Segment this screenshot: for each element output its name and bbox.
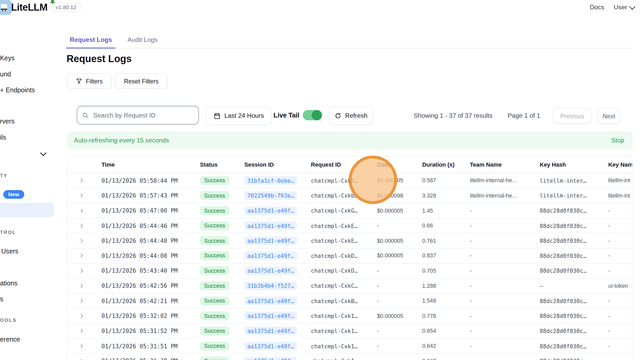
session-id-link[interactable]: aa1375d1-e49f… [244,326,297,335]
refresh-button-label: Refresh [345,112,368,119]
expand-row-button[interactable] [67,299,101,303]
request-id-cell: chatcmpl-Cxk1… [311,358,377,360]
table-row[interactable]: 01/13/2026 05:58:44 PMSuccess31bfa1cf-0e… [67,173,632,188]
team-name-cell: litellm-internal-he... [470,193,540,199]
session-id-link[interactable]: aa1375d1-e49f… [244,266,297,275]
stop-auto-refresh-button[interactable]: Stop [611,137,624,144]
live-tail-toggle[interactable] [303,110,322,120]
expand-row-button[interactable] [67,254,101,258]
session-id-link[interactable]: aa1375d1-e49f… [244,357,297,360]
team-name-cell: - [470,283,540,289]
status-cell: Success [200,342,244,351]
key-hash-cell: litellm-inter… [540,192,608,199]
table-row[interactable]: 01/13/2026 05:57:43 PMSuccess7022549b-76… [67,188,632,203]
status-badge: Success [200,206,229,215]
next-page-button[interactable]: Next [597,108,620,123]
session-id-link[interactable]: aa1375d1-e49f… [244,251,297,260]
search-input[interactable] [92,111,193,119]
expand-row-button[interactable] [67,209,101,212]
expand-row-button[interactable] [67,269,101,273]
tab-audit-logs[interactable]: Audit Logs [124,35,161,48]
session-id-link[interactable]: 31b3b4b4-f527… [244,282,297,290]
column-header-team-name: Team Name [470,161,540,168]
chevron-down-icon[interactable] [40,150,47,156]
sidebar-item-teams[interactable]: s [0,296,3,303]
table-row[interactable]: 01/13/2026 05:43:40 PMSuccessaa1375d1-e4… [67,264,632,279]
session-id-link[interactable]: aa1375d1-e49f… [244,206,297,215]
team-name-cell: - [470,358,540,360]
table-row[interactable]: 01/13/2026 05:32:02 PMSuccessaa1375d1-e4… [67,309,632,324]
key-name-cell: - [608,268,632,274]
request-id-cell: chatcmpl-Cxkb… [311,192,377,199]
user-menu-label: User [614,4,627,11]
chevron-right-icon [78,209,83,212]
key-name-cell: - [608,343,632,349]
funnel-icon [76,78,82,84]
expand-row-button[interactable] [67,179,101,182]
expand-row-button[interactable] [67,239,101,243]
session-id-cell: aa1375d1-e49f… [244,297,311,305]
table-row[interactable]: 01/13/2026 05:44:08 PMSuccessaa1375d1-e4… [67,248,632,264]
previous-page-button[interactable]: Previous [553,108,592,123]
session-id-link[interactable]: 31bfa1cf-0ebe… [244,176,297,185]
time-cell: 01/13/2026 05:44:46 PM [101,222,200,229]
expand-row-button[interactable] [67,194,101,197]
time-cell: 01/13/2026 05:58:44 PM [101,177,200,184]
session-id-link[interactable]: aa1375d1-e49f… [244,312,297,320]
brand-name: LiteLLM [11,2,48,13]
user-menu[interactable]: User [614,4,634,11]
sidebar-item-organizations[interactable]: ations [0,280,17,287]
sidebar-item-keys[interactable]: Keys [0,55,15,62]
table-row[interactable]: 01/13/2026 05:44:46 PMSuccessaa1375d1-e4… [67,218,632,233]
session-id-link[interactable]: 7022549b-763e… [244,191,297,200]
table-row[interactable]: 01/13/2026 05:31:52 PMSuccessaa1375d1-e4… [67,324,632,339]
tab-bar: Request Logs Audit Logs [66,35,632,49]
status-badge: Success [200,191,229,200]
version-badge: v1.80.12 [51,2,81,12]
sidebar-item-users[interactable]: Users [1,248,18,255]
time-range-button[interactable]: Last 24 Hours [206,107,271,125]
table-row[interactable]: 01/13/2026 05:42:56 PMSuccess31b3b4b4-f5… [67,278,632,293]
expand-row-button[interactable] [67,329,101,333]
sidebar-item-playground[interactable]: und [0,71,11,78]
session-id-link[interactable]: aa1375d1-e49f… [244,297,297,305]
session-id-link[interactable]: aa1375d1-e49f… [244,221,297,230]
status-cell: Success [200,251,244,260]
expand-row-button[interactable] [67,224,101,227]
key-name-cell: - [608,328,632,334]
docs-link[interactable]: Docs [590,4,604,11]
sidebar-item-selected[interactable] [0,203,54,217]
new-badge: New [3,190,24,199]
table-row[interactable]: 01/13/2026 05:47:00 PMSuccessaa1375d1-e4… [67,203,632,218]
cost-cell: $0.000005 [377,238,422,244]
expand-row-button[interactable] [67,359,101,360]
key-name-cell: - [608,298,632,304]
table-row[interactable]: 01/13/2026 05:31:51 PMSuccessaa1375d1-e4… [67,339,632,354]
table-row[interactable]: 01/13/2026 05:31:38 PMSuccessaa1375d1-e4… [67,354,632,360]
filters-button[interactable]: Filters [67,74,112,89]
sidebar-item-api-reference[interactable]: erence [0,336,20,343]
cost-cell: $0.000005 [377,208,422,214]
cost-cell: - [377,298,422,304]
expand-row-button[interactable] [67,284,101,287]
expand-row-button[interactable] [67,344,101,348]
table-row[interactable]: 01/13/2026 05:42:21 PMSuccessaa1375d1-e4… [67,293,632,309]
table-row[interactable]: 01/13/2026 05:44:40 PMSuccessaa1375d1-e4… [67,233,632,248]
expand-row-button[interactable] [67,314,101,318]
tree-icon [50,0,55,4]
sidebar-item-guardrails[interactable]: ils [0,134,6,141]
column-header-request-id: Request ID [311,161,377,168]
session-id-cell: aa1375d1-e49f… [244,266,311,275]
chevron-right-icon [78,194,83,197]
key-name-cell: litellm-int [608,178,632,184]
calendar-icon [214,112,221,119]
reset-filters-button[interactable]: Reset Filters [115,74,167,89]
refresh-button[interactable]: Refresh [329,107,373,125]
session-id-link[interactable]: aa1375d1-e49f… [244,342,297,350]
sidebar-item-servers[interactable]: rvers [0,118,15,125]
session-id-link[interactable]: aa1375d1-e49f… [244,236,297,245]
tab-request-logs[interactable]: Request Logs [66,35,115,48]
key-name-cell: - [608,253,632,259]
key-hash-cell: 88dc28d0f030c… [540,298,608,304]
sidebar-item-endpoints[interactable]: + Endpoints [0,87,35,94]
